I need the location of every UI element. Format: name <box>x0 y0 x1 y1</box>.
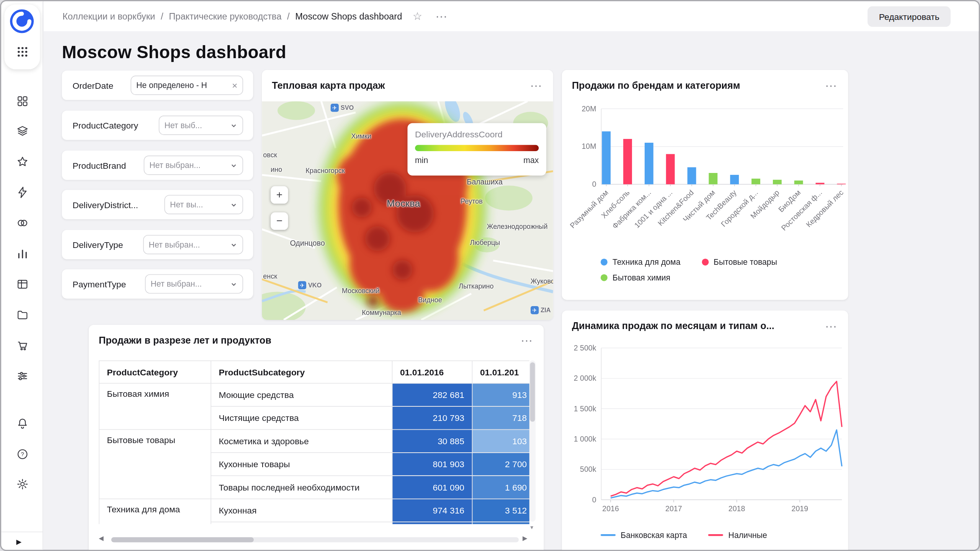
bar[interactable] <box>751 179 760 184</box>
nav-tables-icon[interactable] <box>16 278 29 291</box>
value-2017-cell[interactable]: 2 700 <box>472 453 529 476</box>
notifications-bell-icon[interactable] <box>16 417 29 430</box>
filter-label: OrderDate <box>72 80 113 90</box>
scroll-left-arrow[interactable]: ◀ <box>99 535 104 542</box>
subcategory-cell[interactable]: Товары последней необходимости <box>211 476 392 499</box>
filter-value: Не определено - Н <box>136 81 230 90</box>
column-header[interactable]: ProductCategory <box>99 361 211 383</box>
bar[interactable] <box>602 131 611 184</box>
map-city-label: Жуковск <box>531 277 553 285</box>
nav-charts-icon[interactable] <box>16 248 29 260</box>
legend-item[interactable]: Бытовая химия <box>601 273 670 282</box>
bar[interactable] <box>709 173 717 184</box>
heatmap-canvas[interactable]: ХимкиовскКрасногорскиноМоскваБалашихаРеу… <box>262 101 553 320</box>
table-row: Техника для домаКухонная974 3163 512 <box>99 499 529 522</box>
gear-icon[interactable] <box>16 478 29 491</box>
zoom-out-button[interactable]: − <box>271 212 288 230</box>
svg-text:0: 0 <box>592 496 596 504</box>
deliverydistrict-select[interactable]: Нет вы... <box>164 195 243 214</box>
nav-workbooks-icon[interactable] <box>16 125 29 138</box>
subcategory-cell[interactable]: Кухонные товары <box>211 453 392 476</box>
value-2017-cell[interactable]: 913 <box>472 383 529 406</box>
nav-storage-icon[interactable] <box>16 309 29 321</box>
value-2017-cell[interactable]: 1 690 <box>472 476 529 499</box>
apps-grid-icon[interactable] <box>16 46 29 58</box>
help-icon[interactable]: ? <box>16 448 29 461</box>
sales-table-widget: Продажи в разрезе лет и продуктов ⋯ Prod… <box>89 325 544 551</box>
more-menu-icon[interactable]: ⋯ <box>435 9 448 24</box>
widget-menu-icon[interactable]: ⋯ <box>521 334 534 346</box>
bar[interactable] <box>816 183 825 184</box>
value-2016-cell[interactable]: 601 090 <box>392 476 472 499</box>
nav-favorites-icon[interactable] <box>16 156 29 168</box>
widget-menu-icon[interactable]: ⋯ <box>825 320 838 332</box>
value-2016-cell[interactable]: 30 885 <box>392 429 472 452</box>
widget-menu-icon[interactable]: ⋯ <box>825 80 838 91</box>
bar[interactable] <box>730 175 739 184</box>
breadcrumb-collections[interactable]: Коллекции и воркбуки <box>62 11 155 21</box>
map-city-label: Красногорск <box>305 167 345 174</box>
datalens-logo-icon[interactable] <box>9 9 34 34</box>
bar[interactable] <box>623 139 632 184</box>
breadcrumb-guides[interactable]: Практические руководства <box>169 11 281 21</box>
productbrand-select[interactable]: Нет выбран... <box>144 156 243 175</box>
subcategory-cell[interactable]: Косметика и здоровье <box>211 429 392 452</box>
productcategory-select[interactable]: Нет выб... <box>159 116 243 135</box>
legend-dot <box>601 259 608 266</box>
orderdate-input[interactable]: Не определено - Н × <box>131 76 243 95</box>
zoom-in-button[interactable]: + <box>271 186 288 204</box>
legend-item[interactable]: Бытовые товары <box>702 258 777 267</box>
line-chart: 2 500k2 000k1 500k1 000k500k020162017201… <box>562 336 848 523</box>
value-2016-cell[interactable]: 210 793 <box>392 406 472 429</box>
value-2016-cell[interactable]: 801 903 <box>392 453 472 476</box>
bar[interactable] <box>645 143 653 184</box>
column-header[interactable]: ProductSubcategory <box>211 361 392 383</box>
legend-item[interactable]: Наличные <box>708 530 767 540</box>
subcategory-cell[interactable]: Чистящие средства <box>211 406 392 429</box>
nav-collections-icon[interactable] <box>16 95 29 108</box>
value-2016-cell[interactable]: 282 681 <box>392 383 472 406</box>
category-cell[interactable]: Бытовые товары <box>99 429 211 499</box>
value-2016-cell[interactable]: 974 316 <box>392 499 472 522</box>
legend-dot <box>601 274 608 281</box>
scrollbar-thumb[interactable] <box>530 362 535 422</box>
paymenttype-select[interactable]: Нет выбран... <box>145 274 243 294</box>
value-2017-cell[interactable]: 103 <box>472 429 529 452</box>
edit-button[interactable]: Редактировать <box>868 6 951 27</box>
bar[interactable] <box>837 184 846 184</box>
bar[interactable] <box>794 181 803 184</box>
scroll-down-arrow[interactable]: ▼ <box>529 525 534 530</box>
legend-item[interactable]: Банковская карта <box>601 530 687 540</box>
nav-settings-sliders-icon[interactable] <box>16 370 29 383</box>
table-row: Бытовые товарыКосметика и здоровье30 885… <box>99 429 529 452</box>
scroll-right-arrow[interactable]: ▶ <box>523 535 528 542</box>
nav-relations-icon[interactable] <box>16 217 29 230</box>
subcategory-cell[interactable]: Моющие средства <box>211 383 392 406</box>
value-2017-cell[interactable]: 3 512 <box>472 499 529 522</box>
value-2017-cell[interactable]: 718 <box>472 406 529 429</box>
favorite-star-icon[interactable]: ☆ <box>413 10 422 23</box>
clear-icon[interactable]: × <box>232 80 237 91</box>
scrollbar-thumb[interactable] <box>111 537 254 542</box>
column-header[interactable]: 01.01.2016 <box>392 361 472 383</box>
sidebar-expand-button[interactable]: ▶ <box>16 538 21 546</box>
value-2017-cell[interactable]: 3 406 <box>472 522 529 524</box>
bar[interactable] <box>773 180 782 184</box>
value-2016-cell[interactable]: 1 317 640 <box>392 522 472 524</box>
category-cell[interactable]: Бытовая химия <box>99 383 211 430</box>
widget-menu-icon[interactable]: ⋯ <box>530 80 543 91</box>
subcategory-cell[interactable]: Кухонная <box>211 499 392 522</box>
filter-value: Нет выб... <box>164 121 227 130</box>
deliverytype-select[interactable]: Нет выбран... <box>143 235 243 254</box>
nav-marketplace-icon[interactable] <box>16 339 29 352</box>
column-header[interactable]: 01.01.201 <box>472 361 529 383</box>
category-cell[interactable]: Техника для дома <box>99 499 211 524</box>
nav-operations-icon[interactable] <box>16 186 29 199</box>
bar[interactable] <box>688 167 696 184</box>
legend-line-swatch <box>708 534 723 536</box>
legend-item[interactable]: Техника для дома <box>601 258 681 267</box>
table-vertical-scrollbar[interactable] <box>529 360 536 522</box>
subcategory-cell[interactable]: Техника для красоты и здоровья <box>211 522 392 524</box>
filter-value: Нет выбран... <box>150 279 227 289</box>
bar[interactable] <box>666 154 675 184</box>
